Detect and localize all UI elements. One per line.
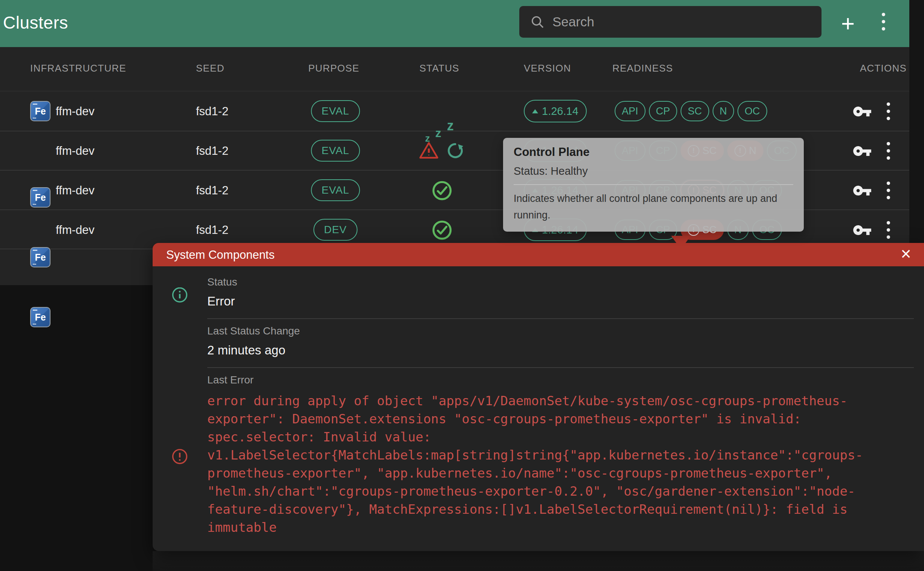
dialog-divider — [207, 367, 914, 368]
cluster-name: ffm-dev — [56, 144, 94, 158]
infrastructure-icon: Fe — [30, 307, 51, 327]
purpose-badge: EVAL — [311, 179, 360, 201]
search-icon — [530, 14, 545, 29]
info-icon — [171, 286, 189, 304]
tooltip-title: Control Plane — [514, 145, 793, 159]
seed-name: fsd1-2 — [196, 184, 229, 198]
infra-symbol: Fe — [35, 312, 46, 323]
header-divider — [0, 91, 909, 91]
column-header-status[interactable]: STATUS — [419, 63, 459, 74]
column-header-version[interactable]: VERSION — [524, 63, 571, 74]
last-status-change-label: Last Status Change — [207, 325, 300, 337]
infrastructure-icon: Fe — [30, 187, 51, 208]
row-menu-button[interactable] — [887, 182, 890, 199]
reconciling-icon[interactable] — [445, 141, 465, 160]
version-chip[interactable]: 1.26.14 — [524, 100, 587, 122]
dialog-shadow-area — [153, 551, 924, 571]
key-icon[interactable] — [852, 102, 872, 121]
infra-symbol: Fe — [35, 252, 46, 263]
page-title: Clusters — [3, 12, 68, 33]
readiness-chip-cp[interactable]: CP — [649, 101, 678, 121]
purpose-label: DEV — [314, 219, 358, 241]
row-menu-button[interactable] — [887, 142, 890, 160]
dialog-title: System Components — [166, 248, 275, 262]
infrastructure-icon: Fe — [30, 101, 51, 121]
dialog-header: System Components ✕ — [153, 243, 924, 266]
healthy-status-icon[interactable] — [431, 180, 453, 202]
search-input[interactable]: Search — [519, 6, 822, 38]
seed-name: fsd1-2 — [196, 105, 229, 118]
column-header-readiness[interactable]: READINESS — [612, 63, 673, 74]
column-header-actions[interactable]: ACTIONS — [860, 63, 907, 74]
last-status-change-value: 2 minutes ago — [207, 343, 285, 357]
row-menu-button[interactable] — [887, 221, 890, 239]
control-plane-tooltip: Control Plane Status: Healthy Indicates … — [503, 138, 804, 231]
purpose-label: EVAL — [311, 179, 360, 201]
readiness-chip-oc[interactable]: OC — [737, 101, 767, 121]
healthy-status-icon[interactable] — [431, 219, 453, 241]
version-label: 1.26.14 — [542, 105, 578, 117]
tooltip-description: Indicates whether all control plane comp… — [514, 190, 793, 223]
cluster-name: ffm-dev — [56, 223, 94, 237]
purpose-badge: DEV — [314, 219, 358, 241]
error-status-icon[interactable] — [418, 140, 439, 161]
key-icon[interactable] — [852, 181, 872, 201]
infrastructure-icon: Fe — [30, 247, 51, 267]
dialog-anchor-pointer — [671, 236, 691, 249]
readiness-chip-sc[interactable]: SC — [681, 101, 709, 121]
key-icon[interactable] — [852, 220, 872, 240]
add-cluster-button[interactable]: + — [836, 8, 860, 39]
search-placeholder: Search — [552, 14, 594, 29]
column-header-seed[interactable]: SEED — [196, 63, 225, 74]
readiness-chip-n[interactable]: N — [712, 101, 734, 121]
app-bar-menu-button[interactable] — [882, 13, 885, 31]
purpose-badge: EVAL — [311, 100, 360, 122]
column-header-infrastructure[interactable]: INFRASTRUCTURE — [30, 63, 126, 74]
close-icon[interactable]: ✕ — [898, 246, 914, 262]
purpose-label: EVAL — [311, 140, 360, 162]
upgrade-available-icon — [532, 109, 538, 113]
row-menu-button[interactable] — [887, 102, 890, 120]
infra-symbol: Fe — [35, 192, 46, 203]
key-icon[interactable] — [852, 141, 872, 161]
app-bar: Clusters Search + — [0, 0, 924, 47]
readiness-chips: API CP SC N OC — [615, 101, 767, 121]
tooltip-divider — [514, 184, 793, 185]
last-error-value: error during apply of object "apps/v1/Da… — [207, 392, 886, 536]
infra-symbol: Fe — [35, 106, 46, 117]
dialog-divider — [207, 318, 914, 319]
cluster-name: ffm-dev — [56, 184, 94, 198]
column-header-purpose[interactable]: PURPOSE — [308, 63, 360, 74]
readiness-chip-api[interactable]: API — [615, 101, 646, 121]
clusters-page: Clusters Search + INFRASTRUCTURE SEED PU… — [0, 0, 924, 571]
error-icon — [171, 448, 189, 465]
seed-name: fsd1-2 — [196, 144, 229, 158]
purpose-badge: EVAL — [311, 140, 360, 162]
status-label: Status — [207, 276, 237, 288]
status-value: Error — [207, 294, 235, 309]
seed-name: fsd1-2 — [196, 223, 229, 237]
cluster-name: ffm-dev — [56, 105, 94, 118]
purpose-label: EVAL — [311, 100, 360, 122]
tooltip-status: Status: Healthy — [514, 165, 793, 177]
last-error-label: Last Error — [207, 374, 253, 386]
system-components-dialog: System Components ✕ Status Error Last St… — [153, 243, 924, 551]
